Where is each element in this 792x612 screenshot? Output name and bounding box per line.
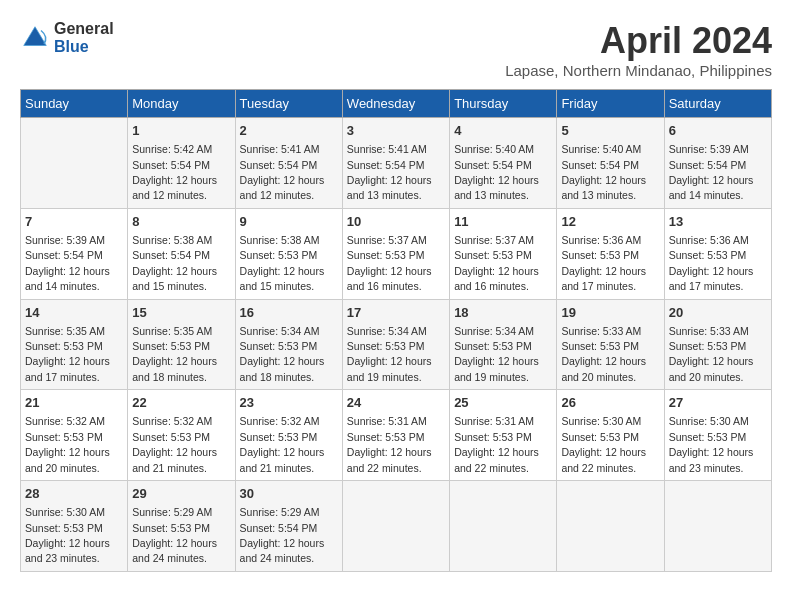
day-number: 6 (669, 122, 767, 140)
header-day: Wednesday (342, 90, 449, 118)
day-info: Sunrise: 5:41 AM Sunset: 5:54 PM Dayligh… (240, 143, 325, 201)
logo: General Blue (20, 20, 114, 55)
day-number: 19 (561, 304, 659, 322)
calendar-week-row: 14Sunrise: 5:35 AM Sunset: 5:53 PM Dayli… (21, 299, 772, 390)
day-info: Sunrise: 5:32 AM Sunset: 5:53 PM Dayligh… (240, 415, 325, 473)
day-number: 28 (25, 485, 123, 503)
day-number: 13 (669, 213, 767, 231)
main-title: April 2024 (505, 20, 772, 62)
calendar-cell: 3Sunrise: 5:41 AM Sunset: 5:54 PM Daylig… (342, 118, 449, 209)
day-number: 25 (454, 394, 552, 412)
logo-icon (20, 23, 50, 53)
day-number: 21 (25, 394, 123, 412)
calendar-cell: 30Sunrise: 5:29 AM Sunset: 5:54 PM Dayli… (235, 481, 342, 572)
day-number: 22 (132, 394, 230, 412)
calendar-week-row: 1Sunrise: 5:42 AM Sunset: 5:54 PM Daylig… (21, 118, 772, 209)
header-day: Saturday (664, 90, 771, 118)
day-number: 14 (25, 304, 123, 322)
day-number: 10 (347, 213, 445, 231)
day-number: 4 (454, 122, 552, 140)
day-number: 11 (454, 213, 552, 231)
calendar-cell (450, 481, 557, 572)
calendar-week-row: 7Sunrise: 5:39 AM Sunset: 5:54 PM Daylig… (21, 208, 772, 299)
day-info: Sunrise: 5:32 AM Sunset: 5:53 PM Dayligh… (132, 415, 217, 473)
header-day: Tuesday (235, 90, 342, 118)
calendar-cell (21, 118, 128, 209)
header-day: Friday (557, 90, 664, 118)
day-number: 26 (561, 394, 659, 412)
day-number: 3 (347, 122, 445, 140)
day-info: Sunrise: 5:38 AM Sunset: 5:53 PM Dayligh… (240, 234, 325, 292)
calendar-cell: 14Sunrise: 5:35 AM Sunset: 5:53 PM Dayli… (21, 299, 128, 390)
calendar-cell (557, 481, 664, 572)
day-info: Sunrise: 5:39 AM Sunset: 5:54 PM Dayligh… (669, 143, 754, 201)
header-day: Sunday (21, 90, 128, 118)
calendar-cell: 26Sunrise: 5:30 AM Sunset: 5:53 PM Dayli… (557, 390, 664, 481)
calendar-cell: 9Sunrise: 5:38 AM Sunset: 5:53 PM Daylig… (235, 208, 342, 299)
day-info: Sunrise: 5:36 AM Sunset: 5:53 PM Dayligh… (669, 234, 754, 292)
day-number: 12 (561, 213, 659, 231)
calendar-cell: 22Sunrise: 5:32 AM Sunset: 5:53 PM Dayli… (128, 390, 235, 481)
calendar-cell: 1Sunrise: 5:42 AM Sunset: 5:54 PM Daylig… (128, 118, 235, 209)
svg-marker-0 (24, 26, 47, 45)
day-number: 16 (240, 304, 338, 322)
day-info: Sunrise: 5:30 AM Sunset: 5:53 PM Dayligh… (25, 506, 110, 564)
day-number: 5 (561, 122, 659, 140)
calendar-cell: 12Sunrise: 5:36 AM Sunset: 5:53 PM Dayli… (557, 208, 664, 299)
day-info: Sunrise: 5:42 AM Sunset: 5:54 PM Dayligh… (132, 143, 217, 201)
calendar-cell: 10Sunrise: 5:37 AM Sunset: 5:53 PM Dayli… (342, 208, 449, 299)
day-info: Sunrise: 5:29 AM Sunset: 5:53 PM Dayligh… (132, 506, 217, 564)
day-info: Sunrise: 5:34 AM Sunset: 5:53 PM Dayligh… (347, 325, 432, 383)
calendar-table: SundayMondayTuesdayWednesdayThursdayFrid… (20, 89, 772, 572)
day-number: 7 (25, 213, 123, 231)
day-number: 27 (669, 394, 767, 412)
day-info: Sunrise: 5:35 AM Sunset: 5:53 PM Dayligh… (132, 325, 217, 383)
day-number: 17 (347, 304, 445, 322)
day-info: Sunrise: 5:37 AM Sunset: 5:53 PM Dayligh… (454, 234, 539, 292)
calendar-week-row: 21Sunrise: 5:32 AM Sunset: 5:53 PM Dayli… (21, 390, 772, 481)
calendar-week-row: 28Sunrise: 5:30 AM Sunset: 5:53 PM Dayli… (21, 481, 772, 572)
calendar-cell: 25Sunrise: 5:31 AM Sunset: 5:53 PM Dayli… (450, 390, 557, 481)
day-info: Sunrise: 5:30 AM Sunset: 5:53 PM Dayligh… (561, 415, 646, 473)
calendar-cell: 23Sunrise: 5:32 AM Sunset: 5:53 PM Dayli… (235, 390, 342, 481)
day-number: 18 (454, 304, 552, 322)
calendar-cell: 6Sunrise: 5:39 AM Sunset: 5:54 PM Daylig… (664, 118, 771, 209)
header-row: SundayMondayTuesdayWednesdayThursdayFrid… (21, 90, 772, 118)
day-info: Sunrise: 5:36 AM Sunset: 5:53 PM Dayligh… (561, 234, 646, 292)
day-info: Sunrise: 5:33 AM Sunset: 5:53 PM Dayligh… (669, 325, 754, 383)
calendar-cell: 2Sunrise: 5:41 AM Sunset: 5:54 PM Daylig… (235, 118, 342, 209)
day-number: 15 (132, 304, 230, 322)
day-info: Sunrise: 5:34 AM Sunset: 5:53 PM Dayligh… (240, 325, 325, 383)
calendar-cell (342, 481, 449, 572)
header-day: Monday (128, 90, 235, 118)
day-info: Sunrise: 5:39 AM Sunset: 5:54 PM Dayligh… (25, 234, 110, 292)
day-info: Sunrise: 5:38 AM Sunset: 5:54 PM Dayligh… (132, 234, 217, 292)
calendar-cell: 29Sunrise: 5:29 AM Sunset: 5:53 PM Dayli… (128, 481, 235, 572)
calendar-cell: 13Sunrise: 5:36 AM Sunset: 5:53 PM Dayli… (664, 208, 771, 299)
day-number: 8 (132, 213, 230, 231)
calendar-cell: 17Sunrise: 5:34 AM Sunset: 5:53 PM Dayli… (342, 299, 449, 390)
day-info: Sunrise: 5:31 AM Sunset: 5:53 PM Dayligh… (347, 415, 432, 473)
day-info: Sunrise: 5:35 AM Sunset: 5:53 PM Dayligh… (25, 325, 110, 383)
calendar-cell (664, 481, 771, 572)
calendar-cell: 19Sunrise: 5:33 AM Sunset: 5:53 PM Dayli… (557, 299, 664, 390)
day-number: 1 (132, 122, 230, 140)
header-day: Thursday (450, 90, 557, 118)
day-info: Sunrise: 5:31 AM Sunset: 5:53 PM Dayligh… (454, 415, 539, 473)
day-number: 20 (669, 304, 767, 322)
day-number: 23 (240, 394, 338, 412)
calendar-cell: 21Sunrise: 5:32 AM Sunset: 5:53 PM Dayli… (21, 390, 128, 481)
logo-blue: Blue (54, 38, 114, 56)
day-info: Sunrise: 5:34 AM Sunset: 5:53 PM Dayligh… (454, 325, 539, 383)
calendar-cell: 8Sunrise: 5:38 AM Sunset: 5:54 PM Daylig… (128, 208, 235, 299)
calendar-cell: 5Sunrise: 5:40 AM Sunset: 5:54 PM Daylig… (557, 118, 664, 209)
day-number: 9 (240, 213, 338, 231)
day-info: Sunrise: 5:41 AM Sunset: 5:54 PM Dayligh… (347, 143, 432, 201)
day-info: Sunrise: 5:33 AM Sunset: 5:53 PM Dayligh… (561, 325, 646, 383)
day-info: Sunrise: 5:40 AM Sunset: 5:54 PM Dayligh… (561, 143, 646, 201)
calendar-cell: 24Sunrise: 5:31 AM Sunset: 5:53 PM Dayli… (342, 390, 449, 481)
calendar-cell: 15Sunrise: 5:35 AM Sunset: 5:53 PM Dayli… (128, 299, 235, 390)
calendar-cell: 4Sunrise: 5:40 AM Sunset: 5:54 PM Daylig… (450, 118, 557, 209)
day-number: 30 (240, 485, 338, 503)
title-block: April 2024 Lapase, Northern Mindanao, Ph… (505, 20, 772, 79)
